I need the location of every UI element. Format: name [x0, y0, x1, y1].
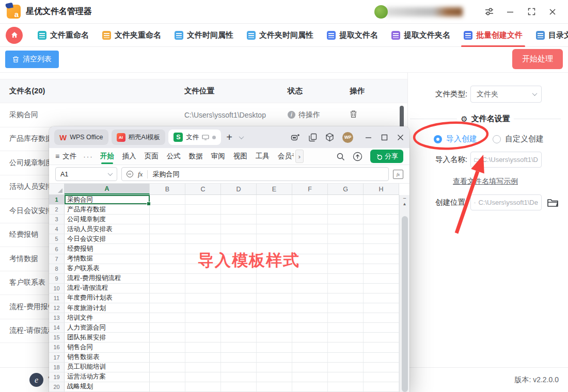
wps-menu-item-1[interactable]: 开始: [100, 149, 114, 164]
search-icon[interactable]: [336, 152, 345, 161]
new-tab-button[interactable]: +: [226, 132, 232, 142]
sheet-vertical-scrollbar[interactable]: − ▲: [399, 195, 409, 392]
empty-cell[interactable]: [185, 382, 221, 391]
wps-menu-item-3[interactable]: 页面: [145, 149, 159, 164]
empty-cell[interactable]: [185, 293, 221, 303]
empty-cell[interactable]: [364, 353, 399, 362]
empty-cell[interactable]: [328, 234, 364, 243]
wps-menu-item-2[interactable]: 插入: [122, 149, 136, 164]
empty-cell[interactable]: [150, 313, 185, 322]
row-number[interactable]: 4: [49, 224, 65, 234]
empty-cell[interactable]: [364, 333, 399, 342]
empty-cell[interactable]: [364, 284, 399, 293]
empty-cell[interactable]: [328, 353, 364, 362]
empty-cell[interactable]: [364, 254, 399, 264]
empty-cell[interactable]: [221, 333, 257, 342]
empty-cell[interactable]: [185, 205, 221, 214]
radio-import-create[interactable]: [434, 135, 442, 143]
empty-cell[interactable]: [185, 342, 221, 352]
wps-menu-item-4[interactable]: 公式: [167, 149, 181, 164]
empty-cell[interactable]: [221, 224, 257, 234]
empty-cell[interactable]: [328, 215, 364, 224]
row-number[interactable]: 18: [49, 363, 65, 372]
empty-cell[interactable]: [328, 224, 364, 234]
empty-cell[interactable]: [292, 195, 328, 204]
empty-cell[interactable]: [364, 224, 399, 234]
empty-cell[interactable]: [185, 224, 221, 234]
nav-tab-2[interactable]: 文件夹重命名: [96, 24, 168, 46]
fx-panel-icon[interactable]: fx: [393, 170, 403, 179]
wps-menu-item-5[interactable]: 数据: [189, 149, 203, 164]
empty-cell[interactable]: [364, 363, 399, 372]
empty-cell[interactable]: [292, 224, 328, 234]
empty-cell[interactable]: [328, 363, 364, 372]
row-number[interactable]: 9: [49, 274, 65, 283]
select-all-corner[interactable]: [49, 184, 65, 194]
cell-A15[interactable]: 团队拓展安排: [65, 333, 150, 342]
empty-cell[interactable]: [150, 293, 185, 303]
empty-cell[interactable]: [257, 254, 292, 264]
cell-A11[interactable]: 年度费用计划表: [65, 293, 150, 303]
fx-icon[interactable]: fx: [138, 170, 143, 178]
empty-cell[interactable]: [292, 323, 328, 332]
empty-cell[interactable]: [221, 284, 257, 293]
empty-cell[interactable]: [328, 303, 364, 313]
empty-cell[interactable]: [150, 372, 185, 382]
row-number[interactable]: 6: [49, 244, 65, 253]
empty-cell[interactable]: [292, 372, 328, 382]
empty-cell[interactable]: [185, 254, 221, 264]
cell-A16[interactable]: 销售合同: [65, 342, 150, 352]
empty-cell[interactable]: [150, 274, 185, 283]
empty-cell[interactable]: [150, 363, 185, 372]
cell-A19[interactable]: 运营活动方案: [65, 372, 150, 382]
empty-cell[interactable]: [150, 224, 185, 234]
empty-cell[interactable]: [185, 215, 221, 224]
empty-cell[interactable]: [150, 254, 185, 264]
empty-cell[interactable]: [257, 264, 292, 273]
empty-cell[interactable]: [257, 224, 292, 234]
empty-cell[interactable]: [221, 215, 257, 224]
empty-cell[interactable]: [185, 353, 221, 362]
more-menu-dots[interactable]: ···: [83, 153, 93, 160]
cell-A4[interactable]: 活动人员安排表: [65, 224, 150, 234]
formula-bar[interactable]: fx 采购合同: [121, 167, 389, 181]
cell-A6[interactable]: 经费报销: [65, 244, 150, 253]
empty-cell[interactable]: [257, 205, 292, 214]
empty-cell[interactable]: [257, 274, 292, 283]
row-number[interactable]: 7: [49, 254, 65, 264]
cell-A18[interactable]: 员工职能培训: [65, 363, 150, 372]
empty-cell[interactable]: [364, 313, 399, 322]
column-header-B[interactable]: B: [150, 184, 185, 194]
tab-list-chevron-icon[interactable]: [239, 134, 244, 139]
empty-cell[interactable]: [328, 284, 364, 293]
example-link[interactable]: 查看文件名填写示例: [453, 177, 518, 185]
empty-cell[interactable]: [185, 264, 221, 273]
empty-cell[interactable]: [364, 274, 399, 283]
minimize-button[interactable]: [503, 5, 517, 19]
empty-cell[interactable]: [292, 293, 328, 303]
empty-cell[interactable]: [328, 254, 364, 264]
empty-cell[interactable]: [257, 313, 292, 322]
empty-cell[interactable]: [328, 293, 364, 303]
empty-cell[interactable]: [185, 313, 221, 322]
wps-tab-docer[interactable]: AI 稻壳AI模板: [112, 129, 166, 145]
empty-cell[interactable]: [364, 303, 399, 313]
empty-cell[interactable]: [328, 205, 364, 214]
name-box[interactable]: A1: [55, 167, 117, 181]
radio-custom-create[interactable]: [493, 135, 501, 143]
cell-A1[interactable]: 采购合同: [65, 195, 150, 204]
empty-cell[interactable]: [292, 244, 328, 253]
empty-cell[interactable]: [257, 333, 292, 342]
row-number[interactable]: 8: [49, 264, 65, 273]
empty-cell[interactable]: [364, 293, 399, 303]
empty-cell[interactable]: [150, 244, 185, 253]
empty-cell[interactable]: [292, 254, 328, 264]
empty-cell[interactable]: [364, 342, 399, 352]
empty-cell[interactable]: [221, 234, 257, 243]
column-header-C[interactable]: C: [185, 184, 221, 194]
cell-A17[interactable]: 销售数据表: [65, 353, 150, 362]
empty-cell[interactable]: [328, 333, 364, 342]
cell-A20[interactable]: 战略规划: [65, 382, 150, 391]
row-number[interactable]: 13: [49, 313, 65, 322]
empty-cell[interactable]: [257, 234, 292, 243]
